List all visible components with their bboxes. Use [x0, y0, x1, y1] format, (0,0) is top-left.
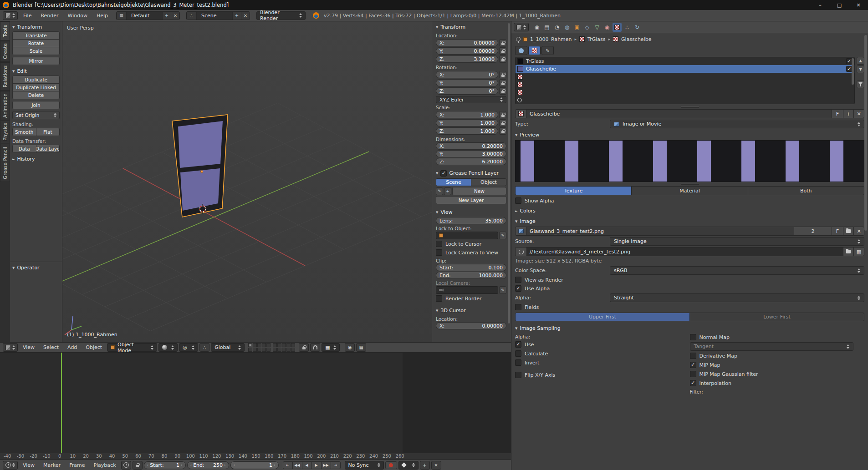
- delete-keyframe-button[interactable]: ✕: [431, 461, 441, 470]
- mode-dropdown[interactable]: Object Mode: [107, 343, 157, 352]
- world-tab[interactable]: ◍: [562, 23, 572, 32]
- shade-flat-button[interactable]: Flat: [36, 128, 60, 136]
- texture-slot-list[interactable]: TrGlass✓Glasscheibe✓: [515, 57, 855, 104]
- grease-pencil-checkbox[interactable]: ✓: [440, 170, 447, 177]
- scene-add-button[interactable]: +: [232, 12, 241, 20]
- editor-type-button[interactable]: [514, 23, 529, 31]
- lower-first-button[interactable]: Lower First: [689, 313, 864, 321]
- prev-keyframe-button[interactable]: ◀◀: [292, 461, 302, 469]
- join-button[interactable]: Join: [12, 101, 60, 109]
- colorspace-dropdown[interactable]: sRGB: [610, 266, 864, 275]
- mirror-button[interactable]: Mirror: [12, 57, 60, 65]
- breadcrumb-material[interactable]: TrGlass: [587, 36, 605, 42]
- scrollbar[interactable]: [864, 35, 867, 231]
- viewport-canvas[interactable]: [62, 21, 432, 342]
- toolshelf-tab-create[interactable]: Create: [0, 41, 10, 62]
- fake-user-button[interactable]: F: [832, 227, 843, 236]
- scene-delete-button[interactable]: ✕: [241, 12, 250, 20]
- editor-type-button[interactable]: [3, 461, 18, 470]
- cursor-x-field[interactable]: X:0.00000: [436, 322, 506, 329]
- duplicate-button[interactable]: Duplicate: [12, 76, 60, 84]
- rotation-y-field[interactable]: Y:0°: [436, 79, 498, 86]
- jump-to-start-button[interactable]: ⇤: [283, 461, 293, 469]
- gp-object-tab[interactable]: Object: [471, 178, 506, 186]
- layer-toggle[interactable]: [248, 343, 252, 347]
- layer-toggle[interactable]: [262, 348, 266, 352]
- frame-start-field[interactable]: ‹Start:1›: [144, 461, 186, 469]
- menu-view[interactable]: View: [19, 344, 38, 350]
- render-border-checkbox[interactable]: [436, 295, 442, 302]
- menu-add[interactable]: Add: [64, 344, 81, 350]
- image-sampling-panel-header[interactable]: ▼Image Sampling: [511, 324, 868, 333]
- viewport-3d[interactable]: User Persp (1) 1_1000_Rahmen: [62, 21, 432, 342]
- rotation-x-field[interactable]: X:0°: [436, 71, 498, 78]
- preview-both-button[interactable]: Both: [748, 186, 864, 195]
- sync-dropdown[interactable]: No Sync: [345, 461, 384, 470]
- toolshelf-tab-tools[interactable]: Tools: [0, 21, 10, 40]
- gp-draw-icon-button[interactable]: ✎: [436, 187, 443, 195]
- menu-file[interactable]: File: [20, 13, 35, 19]
- texture-slot-row[interactable]: TrGlass✓: [516, 57, 854, 65]
- location-z-field[interactable]: Z:3.10000: [436, 56, 498, 63]
- layer-group-2[interactable]: [273, 343, 295, 352]
- play-reverse-button[interactable]: ◀: [302, 461, 312, 469]
- pack-image-button[interactable]: ▦: [853, 247, 864, 256]
- scrollbar[interactable]: [852, 58, 854, 85]
- layer-toggle[interactable]: [291, 348, 295, 352]
- snap-magnet-toggle[interactable]: [310, 343, 320, 352]
- new-texture-button[interactable]: +: [843, 109, 854, 118]
- minimize-button[interactable]: –: [811, 0, 830, 10]
- layer-toggle[interactable]: [277, 343, 281, 347]
- menu-render[interactable]: Render: [37, 13, 62, 19]
- texture-slot-row[interactable]: [516, 96, 854, 104]
- menu-playback[interactable]: Playback: [90, 462, 119, 468]
- calculate-checkbox[interactable]: [515, 350, 521, 357]
- pivot-align-toggle[interactable]: ∴: [199, 343, 209, 352]
- image-panel-header[interactable]: ▼Image: [511, 217, 868, 226]
- breadcrumb-object[interactable]: 1_1000_Rahmen: [530, 36, 572, 42]
- location-y-field[interactable]: Y:0.00000: [436, 47, 498, 55]
- reload-image-button[interactable]: [515, 247, 527, 256]
- panel-resize-grip[interactable]: [681, 106, 699, 108]
- pin-icon[interactable]: [516, 37, 521, 41]
- editor-type-button[interactable]: [3, 343, 18, 352]
- lock-icon[interactable]: [499, 87, 506, 95]
- view-as-render-checkbox[interactable]: [515, 277, 521, 283]
- layer-toggle[interactable]: [253, 348, 257, 352]
- scale-z-field[interactable]: Z:1.000: [436, 127, 498, 135]
- selected-object-glass-frame[interactable]: [172, 115, 228, 217]
- material-texture-context-button[interactable]: [528, 46, 541, 55]
- image-path-field[interactable]: //Texturen\Glaswand_3_meter_test2.png: [526, 247, 843, 256]
- edit-panel-header[interactable]: ▼Edit: [12, 67, 60, 76]
- shade-smooth-button[interactable]: Smooth: [12, 128, 36, 136]
- alpha-mode-dropdown[interactable]: Straight: [610, 293, 864, 302]
- texture-slot-row[interactable]: [516, 88, 854, 96]
- timeline-ruler[interactable]: -40-30-20-100102030405060708090100110120…: [0, 453, 511, 460]
- scale-button[interactable]: Scale: [12, 47, 60, 55]
- rotate-button[interactable]: Rotate: [12, 39, 60, 47]
- lock-camera-checkbox[interactable]: [436, 249, 442, 256]
- texture-name-field[interactable]: Glasscheibe: [526, 109, 832, 118]
- layer-toggle[interactable]: [273, 348, 277, 352]
- browse-path-button[interactable]: [843, 247, 854, 256]
- gp-new-layer-button[interactable]: New Layer: [436, 196, 506, 204]
- pivot-dropdown[interactable]: ◎: [179, 343, 198, 352]
- layer-group-1[interactable]: [248, 343, 271, 352]
- fake-user-button[interactable]: F: [832, 109, 843, 118]
- menu-help[interactable]: Help: [93, 13, 112, 19]
- particles-tab[interactable]: ∴: [623, 23, 632, 32]
- texture-tab[interactable]: [613, 23, 622, 32]
- filter-button[interactable]: [857, 81, 864, 88]
- layer-toggle[interactable]: [248, 348, 252, 352]
- browse-image-button[interactable]: [515, 227, 527, 236]
- timeline-editor[interactable]: -40-30-20-100102030405060708090100110120…: [0, 353, 511, 470]
- translate-button[interactable]: Translate: [12, 31, 60, 40]
- layer-toggle[interactable]: [291, 343, 295, 347]
- browse-texture-button[interactable]: [515, 109, 527, 118]
- preview-panel-header[interactable]: ▼Preview: [511, 131, 868, 139]
- toolshelf-tab-grease-pencil[interactable]: Grease Pencil: [0, 144, 10, 182]
- auto-keyframe-record-button[interactable]: [385, 461, 397, 469]
- data-transfer-button[interactable]: Data: [12, 145, 36, 153]
- set-origin-dropdown[interactable]: Set Origin: [12, 111, 60, 119]
- object-data-tab[interactable]: ▽: [592, 23, 602, 32]
